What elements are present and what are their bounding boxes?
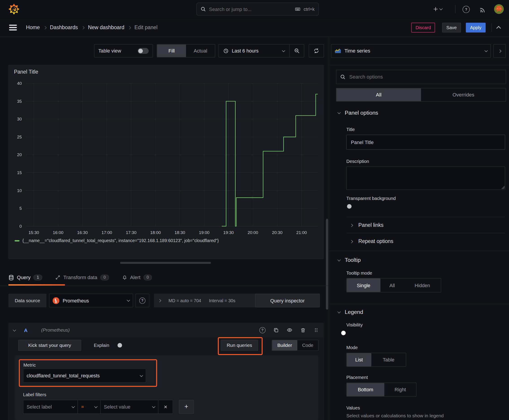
legend-series-label[interactable]: {__name__="cloudflared_tunnel_total_requ… (23, 238, 219, 243)
time-controls: Last 6 hours (218, 44, 304, 57)
options-search-box[interactable] (336, 70, 506, 84)
zoom-out-button[interactable] (289, 45, 304, 57)
query-stats-md: MD = auto = 704 (168, 298, 201, 303)
table-view-control[interactable]: Table view (94, 44, 153, 57)
panel-title-input[interactable] (346, 135, 505, 150)
placement-right-option[interactable]: Right (384, 383, 416, 396)
builder-code-switch[interactable]: Builder Code (272, 340, 319, 351)
panel-title[interactable]: Panel Title (9, 65, 323, 75)
breadcrumb-dashboards[interactable]: Dashboards (50, 25, 78, 30)
add-filter-button[interactable]: + (179, 400, 194, 414)
news-rss-icon[interactable] (479, 6, 486, 13)
table-view-toggle[interactable] (137, 48, 149, 54)
placement-bottom-option[interactable]: Bottom (347, 383, 384, 396)
tooltip-mode-switch: Single All Hidden (346, 278, 441, 292)
query-help-icon[interactable]: ? (259, 327, 266, 333)
grafana-logo[interactable] (8, 4, 20, 15)
options-sidebar: Time series All Overrides Panel options … (328, 37, 509, 420)
breadcrumb-new-dashboard[interactable]: New dashboard (88, 25, 124, 30)
breadcrumb-home[interactable]: Home (26, 25, 40, 30)
panel-links-section[interactable]: Panel links (350, 220, 384, 230)
datasource-value: Prometheus (63, 298, 124, 303)
svg-text:30: 30 (17, 117, 22, 121)
svg-text:20: 20 (17, 152, 22, 157)
repeat-options-section[interactable]: Repeat options (350, 236, 393, 246)
avatar[interactable] (494, 4, 504, 14)
placement-label: Placement (346, 375, 368, 380)
operator-dropdown[interactable]: = (78, 400, 101, 414)
run-queries-button[interactable]: Run queries (221, 340, 258, 351)
tab-overrides[interactable]: Overrides (421, 88, 506, 101)
duplicate-query-icon[interactable] (273, 327, 279, 333)
apply-button[interactable]: Apply (466, 23, 486, 32)
mode-table-option[interactable]: Table (372, 353, 406, 366)
breadcrumb-bar: Home Dashboards New dashboard Edit panel… (0, 18, 509, 37)
time-series-chart[interactable]: 051015202530354015:3016:0016:3017:0017:3… (11, 79, 321, 235)
time-range-picker[interactable]: Last 6 hours (219, 45, 289, 57)
query-options-collapsed[interactable]: MD = auto = 704 Interval = 30s (154, 294, 257, 307)
datasource-label: Data source (8, 294, 46, 307)
svg-text:19:00: 19:00 (199, 230, 209, 235)
chart-legend[interactable]: {__name__="cloudflared_tunnel_total_requ… (15, 238, 219, 243)
help-icon[interactable]: ? (463, 6, 470, 13)
toggle-viz-picker-button[interactable] (494, 44, 506, 58)
datasource-picker[interactable]: Prometheus (49, 294, 133, 307)
discard-button[interactable]: Discard (411, 23, 435, 32)
panel-description-input[interactable] (346, 166, 505, 190)
datasource-help-button[interactable]: ? (135, 294, 149, 307)
tooltip-hidden-option[interactable]: Hidden (404, 278, 441, 292)
close-icon: ✕ (164, 404, 167, 409)
drag-handle-icon[interactable] (313, 327, 319, 332)
hide-query-icon[interactable] (287, 327, 292, 333)
builder-option[interactable]: Builder (272, 340, 297, 351)
main-scrollbar[interactable] (326, 219, 328, 310)
fill-actual-switch[interactable]: Fill Actual (157, 44, 215, 57)
metric-select[interactable]: cloudflared_tunnel_total_requests (23, 369, 146, 382)
zoom-out-icon (294, 48, 300, 54)
menu-toggle-button[interactable] (9, 24, 17, 31)
chevron-right-icon (350, 224, 353, 227)
select-label-dropdown[interactable]: Select label (23, 400, 78, 414)
query-row-header[interactable]: A (Prometheus) ? (8, 323, 324, 337)
tooltip-header[interactable]: Tooltip (338, 255, 361, 265)
global-search-input[interactable] (208, 6, 292, 12)
divider (346, 217, 505, 217)
panel-options-header[interactable]: Panel options (338, 108, 378, 118)
values-hint: Select values or calculations to show in… (346, 413, 444, 418)
save-button[interactable]: Save (442, 23, 461, 32)
mode-list-option[interactable]: List (347, 353, 372, 366)
delete-query-icon[interactable] (300, 327, 306, 333)
tooltip-single-option[interactable]: Single (347, 278, 380, 292)
tooltip-all-option[interactable]: All (380, 278, 404, 292)
tab-transform[interactable]: Transform data 0 (55, 275, 109, 280)
actual-option[interactable]: Actual (186, 45, 215, 57)
options-search-input[interactable] (349, 74, 502, 80)
query-ref-id[interactable]: A (24, 327, 28, 333)
kickstart-query-button[interactable]: Kick start your query (18, 340, 81, 351)
grafana-edit-panel-screen: ctrl+k ? (0, 0, 509, 420)
pane-resize-handle[interactable] (120, 262, 211, 264)
query-inspector-button[interactable]: Query inspector (255, 294, 320, 307)
collapse-query-icon[interactable] (13, 328, 16, 331)
chevron-down-icon (338, 258, 341, 261)
legend-header[interactable]: Legend (338, 307, 363, 317)
select-value-dropdown[interactable]: Select value (100, 400, 159, 414)
textarea-resize-icon[interactable] (501, 186, 505, 189)
refresh-button[interactable] (309, 44, 324, 57)
tab-query[interactable]: Query 1 (8, 275, 42, 280)
tab-all[interactable]: All (336, 88, 421, 101)
visualization-picker[interactable]: Time series (331, 44, 491, 58)
legend-title: Legend (345, 309, 363, 315)
svg-text:5: 5 (19, 206, 22, 211)
code-option[interactable]: Code (297, 340, 318, 351)
tab-alert[interactable]: Alert 0 (122, 275, 152, 280)
add-menu-button[interactable] (433, 5, 442, 14)
help-circle-icon: ? (139, 298, 145, 304)
global-search-box[interactable]: ctrl+k (196, 3, 319, 16)
chevron-right-icon (498, 49, 501, 52)
time-range-label: Last 6 hours (232, 48, 279, 54)
svg-text:19:30: 19:30 (223, 230, 234, 235)
collapse-options-icon[interactable] (496, 26, 501, 30)
remove-filter-button[interactable]: ✕ (158, 400, 173, 414)
fill-option[interactable]: Fill (157, 45, 186, 57)
